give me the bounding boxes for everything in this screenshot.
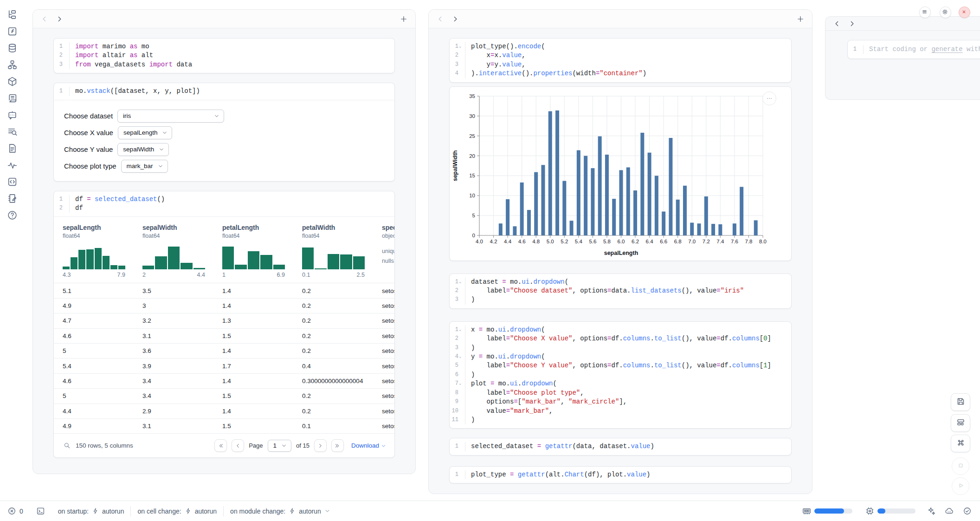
settings-button[interactable]: [940, 7, 951, 18]
chat-bot-icon[interactable]: [7, 110, 18, 120]
prev-page-button[interactable]: [232, 439, 244, 452]
layout-button[interactable]: [951, 414, 970, 432]
table-row[interactable]: 4.931.40.2setos: [54, 298, 394, 313]
chart-actions-button[interactable]: [762, 91, 776, 105]
table-cell: 2.9: [134, 408, 213, 415]
document-icon[interactable]: [7, 143, 18, 154]
script-icon[interactable]: [7, 93, 18, 104]
log-search-icon[interactable]: [7, 126, 18, 137]
table-row[interactable]: 4.73.21.30.2setos: [54, 313, 394, 328]
code-editor-xyplot[interactable]: 1⌄x = mo.ui.dropdown(2 label="Choose X v…: [450, 322, 791, 428]
add-cell-button[interactable]: [400, 15, 408, 23]
code-editor-selected-dataset[interactable]: 1selected_dataset = getattr(data, datase…: [450, 438, 791, 455]
column-histogram[interactable]: [222, 245, 285, 269]
ai-assist-button[interactable]: [922, 506, 940, 517]
choose-plot-type-select[interactable]: mark_bar: [121, 160, 168, 173]
column-header[interactable]: sepalWidthfloat6424.4: [134, 224, 213, 278]
fold-marker-icon[interactable]: ⌄: [459, 45, 462, 49]
cell-empty: 1 Start coding or generate with: [847, 40, 980, 59]
save-button[interactable]: [951, 393, 970, 411]
column-histogram[interactable]: [142, 245, 205, 269]
choose-y-value-select[interactable]: sepalWidth: [117, 143, 169, 156]
column-header[interactable]: speciobjecuniqunulls:: [373, 224, 394, 278]
code-editor-vstack[interactable]: 1mo.vstack([dataset, x, y, plot]): [54, 83, 394, 100]
run-button[interactable]: [952, 477, 969, 495]
command-palette-button[interactable]: [951, 435, 970, 452]
table-cell: 1.4: [213, 408, 293, 415]
next-page-button[interactable]: [314, 439, 327, 452]
code-snippet-icon[interactable]: [7, 176, 18, 187]
table-row[interactable]: 4.63.41.40.3000000000000004setos: [54, 373, 394, 388]
fold-marker-icon[interactable]: ⌄: [459, 355, 462, 359]
stop-icon: [956, 461, 965, 472]
terminal-button[interactable]: [30, 506, 52, 517]
file-tree-icon[interactable]: [7, 9, 18, 20]
table-row[interactable]: 53.41.50.2setos: [54, 388, 394, 403]
code-editor-dataframe[interactable]: 1df = selected_dataset()2df: [54, 191, 394, 217]
nav-back-button[interactable]: [40, 15, 49, 23]
code-editor-imports[interactable]: 1import marimo as mo2import altair as al…: [54, 39, 394, 73]
table-row[interactable]: 4.42.91.40.2setos: [54, 404, 394, 418]
ram-icon: [802, 507, 811, 515]
autorun-setting-2[interactable]: on cell change:autorun: [131, 506, 223, 517]
database-icon[interactable]: [7, 43, 18, 53]
column-header[interactable]: sepalLengthfloat644.37.9: [54, 224, 134, 278]
fold-marker-icon[interactable]: ⌄: [459, 382, 462, 386]
search-icon[interactable]: [63, 442, 71, 449]
code-editor-plot[interactable]: 1⌄plot_type().encode(2 x=x.value,3 y=y.v…: [450, 39, 791, 82]
code-editor-plot-type[interactable]: 1plot_type = getattr(alt.Chart(df), plot…: [450, 467, 791, 483]
nav-back-button[interactable]: [833, 20, 841, 28]
activity-icon[interactable]: [7, 160, 18, 170]
sparkles-icon: [927, 507, 935, 515]
generate-link[interactable]: generate: [931, 46, 962, 53]
stop-button[interactable]: [952, 457, 969, 475]
download-button[interactable]: Download: [351, 442, 386, 449]
first-page-button[interactable]: [214, 439, 227, 452]
table-row[interactable]: 4.93.11.50.1setos: [54, 418, 394, 433]
code-editor-dataset[interactable]: 1⌄dataset = mo.ui.dropdown(2 label="Choo…: [450, 274, 791, 308]
column-histogram[interactable]: [302, 245, 365, 269]
code-line: 11): [450, 416, 791, 424]
table-row[interactable]: 5.13.51.40.2setos: [54, 283, 394, 298]
nav-forward-button[interactable]: [848, 20, 856, 28]
table-cell: 0.2: [293, 302, 373, 309]
connection-status-button[interactable]: [958, 506, 973, 517]
choose-dataset-select[interactable]: iris: [117, 110, 224, 123]
add-cell-button[interactable]: [796, 15, 805, 23]
nav-back-button[interactable]: [436, 15, 445, 23]
column-header[interactable]: petalWidthfloat640.12.5: [293, 224, 373, 278]
menu-button[interactable]: [919, 7, 931, 18]
help-icon[interactable]: [7, 210, 18, 221]
table-row[interactable]: 4.63.11.50.2setos: [54, 328, 394, 343]
function-icon[interactable]: [7, 26, 18, 37]
column-header[interactable]: petalLengthfloat6416.9: [213, 224, 293, 278]
hierarchy-icon[interactable]: [7, 59, 18, 70]
shutdown-button[interactable]: [959, 7, 970, 18]
choose-x-value-select[interactable]: sepalLength: [118, 126, 173, 139]
error-count-indicator[interactable]: 0: [7, 506, 30, 517]
package-manager-button[interactable]: [940, 506, 958, 517]
table-cell: 3.4: [134, 378, 213, 384]
table-row[interactable]: 53.61.40.2setos: [54, 343, 394, 358]
histogram-bar: [78, 250, 85, 270]
column-histogram[interactable]: [63, 245, 125, 269]
nav-forward-button[interactable]: [451, 15, 459, 23]
package-icon[interactable]: [7, 76, 18, 87]
nav-forward-button[interactable]: [55, 15, 64, 23]
table-cell: 1.5: [213, 332, 293, 339]
ram-usage-indicator[interactable]: [796, 506, 859, 517]
fold-marker-icon[interactable]: ⌄: [459, 328, 462, 332]
table-row[interactable]: 5.43.91.70.4setos: [54, 358, 394, 373]
table-cell: 3.1: [134, 332, 213, 339]
histogram-bar: [110, 265, 117, 269]
altair-bar-chart[interactable]: 4.04.24.44.64.85.05.25.45.65.86.06.26.46…: [450, 87, 791, 261]
fold-marker-icon[interactable]: ⌄: [459, 280, 462, 284]
check-circle-icon: [963, 507, 972, 515]
empty-code-editor[interactable]: 1 Start coding or generate with: [848, 40, 980, 59]
page-select[interactable]: 1: [268, 440, 292, 452]
last-page-button[interactable]: [331, 439, 344, 452]
autorun-setting-1[interactable]: on startup:autorun: [52, 506, 131, 517]
scratchpad-icon[interactable]: [7, 193, 18, 204]
autorun-setting-3[interactable]: on module change:autorun: [224, 506, 337, 517]
cpu-usage-indicator[interactable]: [859, 506, 922, 517]
